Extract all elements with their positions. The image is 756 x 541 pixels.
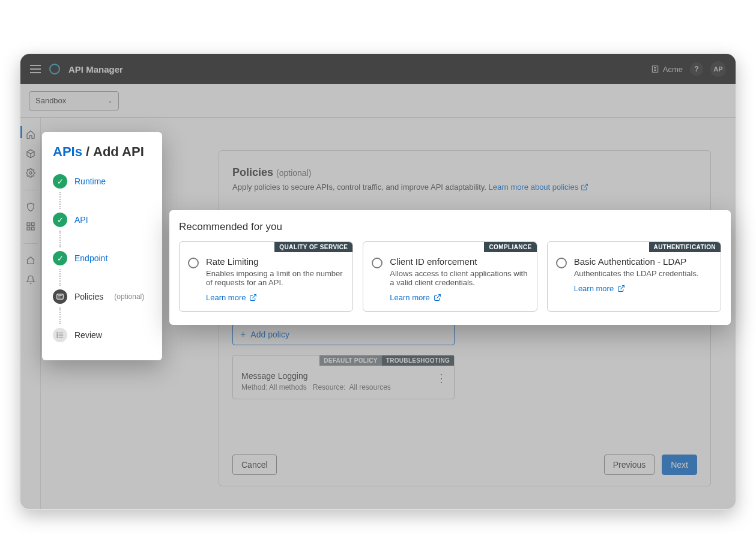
step-policies[interactable]: Policies (optional) xyxy=(53,286,151,307)
check-icon: ✓ xyxy=(53,213,67,227)
org-switcher[interactable]: Acme xyxy=(651,65,683,74)
breadcrumb-sep: / xyxy=(86,144,89,160)
svg-point-11 xyxy=(57,334,58,335)
step-runtime[interactable]: ✓ Runtime xyxy=(53,171,151,192)
dashboard-icon[interactable] xyxy=(26,222,35,231)
panel-desc: Apply policies to secure APIs, control t… xyxy=(232,183,697,192)
reco-card-rate-limiting[interactable]: QUALITY OF SERVICE Rate Limiting Enables… xyxy=(179,241,353,312)
external-link-icon xyxy=(617,285,625,292)
applied-policy-sub: Method: All methods Resource: All resour… xyxy=(241,383,446,391)
panel-title-suffix: (optional) xyxy=(276,168,311,178)
env-bar: Sandbox ⌄ xyxy=(20,84,736,118)
footer-row: Cancel Previous Next xyxy=(232,455,697,475)
svg-rect-5 xyxy=(27,227,30,230)
svg-point-10 xyxy=(57,333,58,333)
step-endpoint[interactable]: ✓ Endpoint xyxy=(53,247,151,269)
radio-icon[interactable] xyxy=(188,258,199,268)
recommendations-panel: Recommended for you QUALITY OF SERVICE R… xyxy=(169,210,731,325)
help-button[interactable]: ? xyxy=(690,62,703,76)
next-button[interactable]: Next xyxy=(662,455,697,475)
applied-policy-card: DEFAULT POLICY TROUBLESHOOTING Message L… xyxy=(232,355,455,399)
policies-step-icon xyxy=(53,289,67,304)
chevron-down-icon: ⌄ xyxy=(107,97,112,104)
reco-tag: AUTHENTIFICATION xyxy=(649,242,721,252)
menu-icon[interactable] xyxy=(30,65,41,73)
breadcrumb-current: Add API xyxy=(93,144,144,160)
stepper-card: APIs / Add API ✓ Runtime ✓ API ✓ Endpoin… xyxy=(42,132,162,360)
reco-name: Client ID enforcement xyxy=(390,256,528,267)
add-policy-label: Add policy xyxy=(250,330,289,339)
learn-policies-link[interactable]: Learn more about policies xyxy=(489,183,588,192)
external-link-icon xyxy=(434,294,441,301)
step-api[interactable]: ✓ API xyxy=(53,209,151,231)
svg-rect-2 xyxy=(27,223,30,226)
app-title: API Manager xyxy=(68,64,123,74)
reco-learn-link[interactable]: Learn more xyxy=(390,293,441,302)
panel-title: Policies (optional) xyxy=(232,166,697,179)
review-step-icon xyxy=(53,328,67,342)
reco-card-basic-auth[interactable]: AUTHENTIFICATION Basic Authentication - … xyxy=(547,241,721,312)
radio-icon[interactable] xyxy=(556,258,567,268)
reco-heading: Recommended for you xyxy=(179,221,721,233)
breadcrumb-root[interactable]: APIs xyxy=(53,144,82,160)
previous-button[interactable]: Previous xyxy=(604,455,655,475)
logo-icon xyxy=(49,64,60,74)
reco-name: Rate Limiting xyxy=(206,256,344,267)
bell-icon[interactable] xyxy=(26,275,35,285)
reco-desc: Allows access to client applications wit… xyxy=(390,269,528,287)
breadcrumb: APIs / Add API xyxy=(53,144,151,160)
external-link-icon xyxy=(581,183,588,191)
tag-default-policy: DEFAULT POLICY xyxy=(319,355,382,366)
avatar[interactable]: AP xyxy=(710,61,726,77)
check-icon: ✓ xyxy=(53,251,67,265)
check-icon: ✓ xyxy=(53,174,67,189)
left-rail xyxy=(20,118,41,509)
reco-desc: Authenticates the LDAP credentials. xyxy=(574,269,699,278)
home-icon[interactable] xyxy=(26,130,35,139)
plus-icon: + xyxy=(240,329,246,340)
add-policy-button[interactable]: + Add policy xyxy=(232,324,455,345)
external-link-icon xyxy=(249,294,257,301)
kebab-menu-icon[interactable]: ⋮ xyxy=(436,376,447,381)
env-select[interactable]: Sandbox ⌄ xyxy=(29,91,119,110)
inbox-icon[interactable] xyxy=(26,256,35,265)
reco-learn-link[interactable]: Learn more xyxy=(206,293,257,302)
reco-tag: COMPLIANCE xyxy=(484,242,536,252)
reco-card-client-id[interactable]: COMPLIANCE Client ID enforcement Allows … xyxy=(363,241,537,312)
topbar: API Manager Acme ? AP xyxy=(20,54,736,84)
shield-icon[interactable] xyxy=(26,202,35,212)
reco-desc: Enables imposing a limit on the number o… xyxy=(206,269,344,287)
applied-policy-title: Message Logging xyxy=(241,371,446,381)
reco-learn-link[interactable]: Learn more xyxy=(574,284,625,293)
reco-name: Basic Authentication - LDAP xyxy=(574,256,699,267)
cube-icon[interactable] xyxy=(26,149,35,159)
gear-icon[interactable] xyxy=(26,168,35,178)
svg-rect-3 xyxy=(31,223,34,226)
step-review[interactable]: Review xyxy=(53,324,151,346)
radio-icon[interactable] xyxy=(372,258,383,268)
reco-tag: QUALITY OF SERVICE xyxy=(274,242,352,252)
svg-point-1 xyxy=(29,172,32,174)
cancel-button[interactable]: Cancel xyxy=(232,455,277,475)
svg-rect-4 xyxy=(31,227,34,230)
env-value: Sandbox xyxy=(35,96,66,105)
rail-active-indicator xyxy=(20,126,22,138)
org-name: Acme xyxy=(663,65,683,74)
tag-troubleshooting: TROUBLESHOOTING xyxy=(382,355,454,366)
svg-point-12 xyxy=(57,337,58,337)
